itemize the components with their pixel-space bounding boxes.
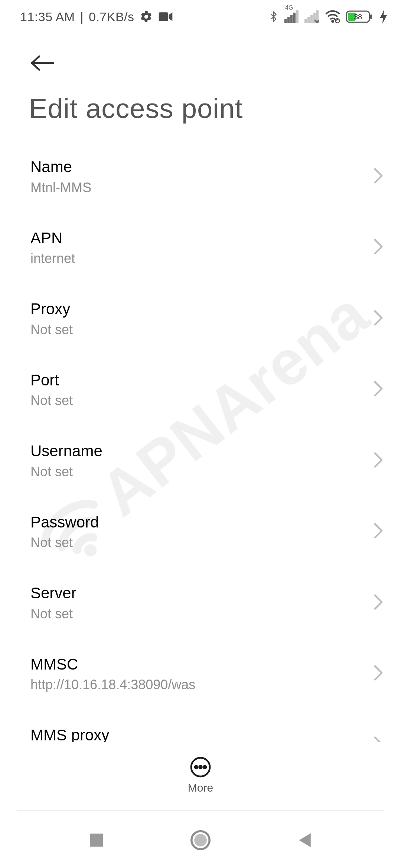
status-left: 11:35 AM | 0.7KB/s bbox=[20, 10, 173, 24]
gear-icon bbox=[140, 10, 153, 23]
row-label: Port bbox=[30, 371, 360, 390]
network-type-label: 4G bbox=[285, 4, 293, 11]
charging-icon bbox=[379, 10, 388, 24]
wifi-icon bbox=[325, 10, 341, 23]
video-icon bbox=[158, 11, 173, 22]
status-divider: | bbox=[80, 10, 84, 24]
svg-rect-22 bbox=[90, 834, 103, 846]
row-label: Server bbox=[30, 583, 360, 603]
more-label: More bbox=[188, 782, 213, 794]
svg-rect-6 bbox=[296, 10, 299, 23]
svg-rect-7 bbox=[304, 19, 307, 23]
row-port[interactable]: Port Not set bbox=[0, 354, 401, 425]
svg-rect-1 bbox=[159, 12, 168, 21]
svg-rect-2 bbox=[284, 19, 287, 23]
row-value: Mtnl-MMS bbox=[30, 179, 360, 196]
settings-list: Name Mtnl-MMS APN internet Proxy Not set… bbox=[0, 141, 401, 742]
chevron-right-icon bbox=[374, 594, 383, 612]
svg-point-19 bbox=[195, 766, 198, 769]
row-mms-proxy[interactable]: MMS proxy 10.16.18.77 bbox=[0, 709, 401, 742]
app-bar bbox=[0, 41, 401, 85]
row-label: Username bbox=[30, 441, 360, 461]
status-bar: 11:35 AM | 0.7KB/s 4G bbox=[0, 0, 401, 33]
svg-rect-3 bbox=[287, 17, 290, 23]
svg-point-21 bbox=[203, 766, 206, 769]
svg-point-20 bbox=[199, 766, 202, 769]
chevron-right-icon bbox=[374, 452, 383, 470]
battery-indicator: 38 bbox=[346, 10, 374, 24]
row-value: Not set bbox=[30, 463, 360, 480]
bluetooth-icon bbox=[268, 10, 279, 24]
row-label: MMSC bbox=[30, 655, 360, 674]
row-label: APN bbox=[30, 228, 360, 248]
signal-2-icon bbox=[304, 10, 319, 23]
square-icon bbox=[88, 832, 105, 848]
svg-rect-4 bbox=[290, 15, 293, 23]
row-username[interactable]: Username Not set bbox=[0, 425, 401, 496]
row-value: Not set bbox=[30, 321, 360, 338]
chevron-right-icon bbox=[374, 736, 383, 742]
row-value: internet bbox=[30, 250, 360, 267]
chevron-right-icon bbox=[374, 665, 383, 683]
battery-percent-text: 38 bbox=[354, 13, 362, 21]
row-value: Not set bbox=[30, 534, 360, 551]
row-mmsc[interactable]: MMSC http://10.16.18.4:38090/was bbox=[0, 638, 401, 710]
chevron-right-icon bbox=[374, 523, 383, 540]
back-button[interactable] bbox=[27, 48, 57, 78]
row-label: Name bbox=[30, 157, 360, 177]
divider bbox=[17, 810, 384, 811]
arrow-left-icon bbox=[30, 54, 55, 72]
row-name[interactable]: Name Mtnl-MMS bbox=[0, 141, 401, 212]
chevron-right-icon bbox=[374, 381, 383, 398]
more-button[interactable]: More bbox=[188, 756, 213, 794]
row-value: Not set bbox=[30, 605, 360, 622]
row-password[interactable]: Password Not set bbox=[0, 496, 401, 568]
page-title: Edit access point bbox=[29, 93, 243, 124]
svg-rect-16 bbox=[370, 14, 372, 19]
circle-icon bbox=[190, 830, 211, 851]
system-nav-bar bbox=[0, 812, 401, 868]
nav-back-button[interactable] bbox=[282, 818, 327, 862]
bottom-action-bar: More bbox=[0, 742, 401, 809]
status-right: 4G bbox=[268, 10, 388, 24]
svg-point-24 bbox=[194, 834, 207, 846]
row-server[interactable]: Server Not set bbox=[0, 567, 401, 638]
nav-home-button[interactable] bbox=[178, 818, 223, 862]
row-label: MMS proxy bbox=[30, 726, 360, 742]
status-net-speed: 0.7KB/s bbox=[89, 10, 134, 24]
row-value: Not set bbox=[30, 392, 360, 409]
svg-rect-9 bbox=[310, 15, 313, 23]
row-proxy[interactable]: Proxy Not set bbox=[0, 283, 401, 354]
row-apn[interactable]: APN internet bbox=[0, 212, 401, 283]
chevron-right-icon bbox=[374, 239, 383, 256]
svg-rect-5 bbox=[293, 13, 296, 23]
chevron-right-icon bbox=[374, 168, 383, 185]
status-time: 11:35 AM bbox=[20, 10, 75, 24]
row-value: http://10.16.18.4:38090/was bbox=[30, 676, 360, 693]
svg-rect-8 bbox=[307, 17, 310, 23]
svg-point-12 bbox=[332, 20, 334, 23]
signal-1-icon: 4G bbox=[284, 10, 299, 23]
more-horizontal-icon bbox=[190, 756, 211, 778]
row-label: Password bbox=[30, 513, 360, 532]
row-label: Proxy bbox=[30, 299, 360, 319]
chevron-right-icon bbox=[374, 310, 383, 328]
nav-recents-button[interactable] bbox=[74, 818, 119, 862]
triangle-left-icon bbox=[297, 832, 312, 849]
